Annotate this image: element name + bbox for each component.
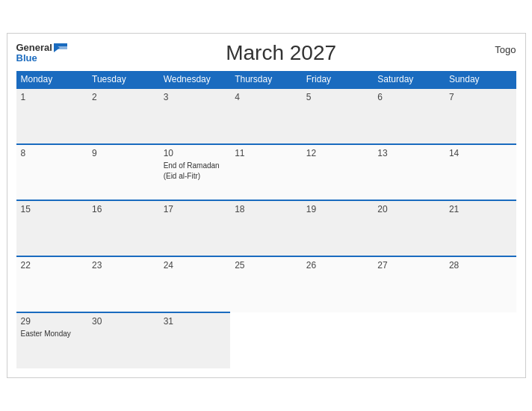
logo-general-text: General (16, 43, 52, 53)
day-number: 24 (164, 260, 226, 271)
calendar-cell (302, 312, 374, 368)
calendar-cell: 23 (87, 256, 159, 312)
weekday-header-tuesday: Tuesday (87, 71, 159, 88)
weekday-header-row: MondayTuesdayWednesdayThursdayFridaySatu… (16, 71, 516, 88)
day-number: 31 (164, 316, 226, 327)
calendar-cell: 5 (302, 88, 374, 144)
calendar-cell (373, 312, 445, 368)
day-number: 2 (92, 92, 155, 102)
calendar-cell: 1 (16, 88, 88, 144)
logo-flag-icon (54, 43, 67, 52)
calendar-cell: 13 (373, 144, 445, 200)
calendar-cell: 8 (16, 144, 88, 200)
day-number: 27 (377, 260, 440, 271)
day-number: 10 (164, 148, 226, 158)
day-number: 3 (164, 92, 226, 102)
calendar-cell: 19 (302, 200, 374, 256)
day-number: 22 (21, 260, 84, 271)
day-number: 19 (306, 204, 369, 214)
day-number: 12 (306, 148, 369, 158)
day-number: 5 (306, 92, 369, 102)
day-number: 17 (164, 204, 226, 214)
calendar-cell: 26 (302, 256, 374, 312)
weekday-header-monday: Monday (16, 71, 88, 88)
weekday-header-sunday: Sunday (445, 71, 516, 88)
day-number: 25 (235, 260, 297, 271)
day-number: 15 (21, 204, 84, 214)
calendar-cell (445, 312, 516, 368)
calendar-cell: 7 (445, 88, 516, 144)
country-name: Togo (495, 44, 516, 55)
weekday-header-wednesday: Wednesday (159, 71, 231, 88)
calendar-cell: 28 (445, 256, 516, 312)
calendar-week-row: 29Easter Monday3031 (16, 312, 516, 368)
day-number: 4 (235, 92, 297, 102)
calendar-cell: 2 (87, 88, 159, 144)
day-number: 29 (21, 316, 84, 327)
calendar-cell: 4 (230, 88, 302, 144)
calendar-cell: 10End of Ramadan (Eid al-Fitr) (159, 144, 231, 200)
calendar-cell: 22 (16, 256, 88, 312)
calendar-cell: 30 (87, 312, 159, 368)
day-number: 11 (235, 148, 297, 158)
day-number: 28 (449, 260, 512, 271)
day-number: 13 (377, 148, 440, 158)
calendar-cell: 17 (159, 200, 231, 256)
calendar-grid: MondayTuesdayWednesdayThursdayFridaySatu… (16, 71, 516, 368)
day-number: 7 (449, 92, 512, 102)
calendar-week-row: 1234567 (16, 88, 516, 144)
calendar-cell: 6 (373, 88, 445, 144)
calendar-cell: 15 (16, 200, 88, 256)
calendar-container: General Blue March 2027 Togo MondayTuesd… (7, 33, 526, 378)
day-number: 20 (377, 204, 440, 214)
calendar-title: March 2027 (67, 41, 495, 65)
calendar-cell: 29Easter Monday (16, 312, 88, 368)
calendar-week-row: 8910End of Ramadan (Eid al-Fitr)11121314 (16, 144, 516, 200)
logo-blue-text: Blue (16, 53, 67, 64)
event-label: Easter Monday (21, 330, 71, 338)
calendar-cell: 25 (230, 256, 302, 312)
weekday-header-thursday: Thursday (230, 71, 302, 88)
calendar-cell: 24 (159, 256, 231, 312)
day-number: 30 (92, 316, 155, 327)
weekday-header-saturday: Saturday (373, 71, 445, 88)
day-number: 1 (21, 92, 84, 102)
weekday-header-friday: Friday (302, 71, 374, 88)
calendar-week-row: 22232425262728 (16, 256, 516, 312)
calendar-cell: 3 (159, 88, 231, 144)
calendar-cell: 20 (373, 200, 445, 256)
event-label: End of Ramadan (Eid al-Fitr) (164, 161, 220, 180)
calendar-cell: 27 (373, 256, 445, 312)
day-number: 16 (92, 204, 155, 214)
day-number: 18 (235, 204, 297, 214)
calendar-cell (230, 312, 302, 368)
calendar-cell: 16 (87, 200, 159, 256)
day-number: 14 (449, 148, 512, 158)
day-number: 9 (92, 148, 155, 158)
day-number: 26 (306, 260, 369, 271)
day-number: 21 (449, 204, 512, 214)
calendar-cell: 11 (230, 144, 302, 200)
calendar-week-row: 15161718192021 (16, 200, 516, 256)
day-number: 8 (21, 148, 84, 158)
day-number: 6 (377, 92, 440, 102)
day-number: 23 (92, 260, 155, 271)
calendar-cell: 31 (159, 312, 231, 368)
calendar-cell: 9 (87, 144, 159, 200)
calendar-cell: 12 (302, 144, 374, 200)
calendar-header: General Blue March 2027 Togo (16, 41, 516, 65)
logo: General Blue (16, 43, 67, 64)
calendar-cell: 21 (445, 200, 516, 256)
calendar-cell: 14 (445, 144, 516, 200)
calendar-cell: 18 (230, 200, 302, 256)
